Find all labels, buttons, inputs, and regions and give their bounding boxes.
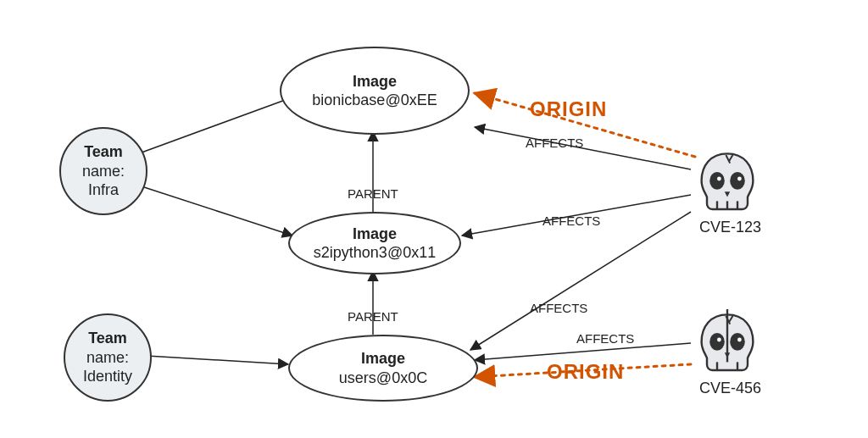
svg-point-18 [709,333,725,351]
edge-label-affects: AFFECTS [526,136,583,150]
image-title: Image [353,225,397,244]
svg-point-21 [737,338,742,342]
image-value: s2ipython3@0x11 [314,243,436,263]
svg-point-19 [730,333,745,351]
team-name-value: Identity [83,367,132,386]
skull-icon [693,148,761,219]
edge-label-origin: ORIGIN [547,360,624,384]
image-value: bionicbase@0xEE [312,91,437,110]
team-name-value: Infra [88,180,119,200]
edge-label-parent: PARENT [348,186,398,201]
team-name-label: name: [86,348,129,368]
skull-icon [693,309,761,380]
node-image-users: Image users@0x0C [288,335,478,402]
image-value: users@0x0C [339,369,427,388]
edge-label-affects: AFFECTS [542,213,600,228]
svg-line-7 [470,212,691,350]
team-title: Team [84,142,123,162]
svg-point-13 [717,177,721,181]
edge-label-parent: PARENT [348,309,398,324]
team-title: Team [88,329,127,348]
team-name-label: name: [82,162,125,181]
image-title: Image [361,349,405,369]
node-team-infra: Team name: Infra [59,127,147,215]
node-image-bionicbase: Image bionicbase@0xEE [280,47,470,135]
svg-line-1 [142,186,292,236]
svg-line-0 [142,96,297,152]
svg-point-12 [730,172,745,190]
node-image-s2ipython3: Image s2ipython3@0x11 [288,212,461,274]
cve-label: CVE-456 [699,380,761,397]
svg-point-20 [717,338,721,342]
svg-line-2 [147,356,288,364]
svg-point-11 [709,172,725,190]
edge-label-affects: AFFECTS [576,331,634,346]
cve-label: CVE-123 [699,219,761,236]
edge-label-affects: AFFECTS [530,301,587,315]
node-team-identity: Team name: Identity [64,313,152,402]
svg-point-14 [737,177,742,181]
svg-line-8 [475,343,691,360]
image-title: Image [353,72,397,91]
edge-label-origin: ORIGIN [530,97,607,121]
